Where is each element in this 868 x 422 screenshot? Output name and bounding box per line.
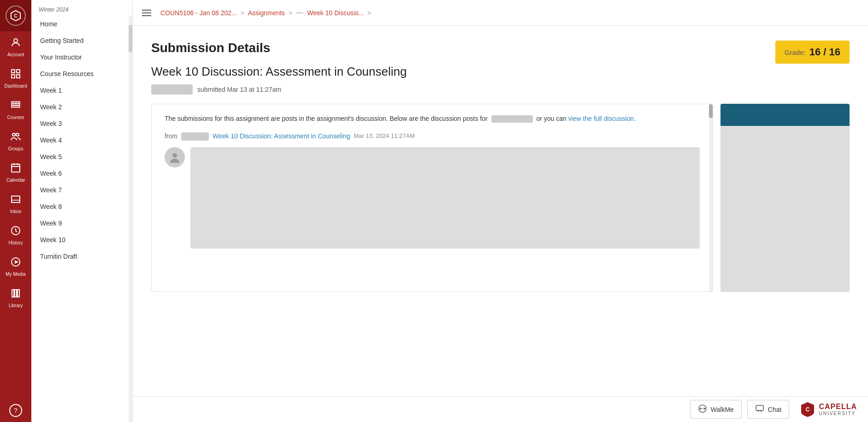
post-timestamp: Mar 13, 2024 11:27AM bbox=[354, 131, 415, 141]
intro-name-placeholder bbox=[491, 115, 533, 123]
chat-label: Chat bbox=[768, 406, 782, 413]
my-media-icon bbox=[10, 256, 21, 270]
chat-icon bbox=[755, 404, 764, 415]
account-label: Account bbox=[7, 52, 24, 57]
post-content-area bbox=[165, 147, 700, 249]
course-nav-home[interactable]: Home bbox=[31, 16, 132, 32]
svg-point-10 bbox=[16, 133, 19, 136]
svg-rect-2 bbox=[12, 70, 15, 73]
discussion-panel: The submissions for this assignment are … bbox=[151, 104, 713, 292]
svg-text:C: C bbox=[14, 13, 17, 18]
walkme-icon bbox=[698, 404, 707, 415]
groups-label: Groups bbox=[8, 146, 24, 151]
post-author-placeholder bbox=[181, 132, 209, 141]
help-button[interactable]: ? bbox=[0, 399, 31, 422]
sidebar-item-dashboard[interactable]: Dashboard bbox=[0, 63, 31, 94]
course-nav-week7[interactable]: Week 7 bbox=[31, 182, 132, 198]
library-icon bbox=[10, 288, 21, 301]
capella-logo: C CAPELLA UNIVERSITY bbox=[800, 401, 857, 418]
submitted-line: submitted Mar 13 at 11:27am bbox=[151, 84, 850, 95]
panel-scrollthumb[interactable] bbox=[709, 104, 713, 118]
svg-rect-5 bbox=[17, 75, 20, 78]
hamburger-line3 bbox=[142, 15, 151, 16]
sidebar-item-history[interactable]: History bbox=[0, 220, 31, 251]
capella-text: CAPELLA UNIVERSITY bbox=[819, 403, 857, 416]
capella-name: CAPELLA bbox=[819, 403, 857, 411]
full-discussion-link[interactable]: view the full discussion. bbox=[568, 115, 636, 122]
svg-rect-20 bbox=[12, 290, 14, 297]
hamburger-button[interactable] bbox=[140, 8, 153, 18]
calendar-label: Calendar bbox=[6, 178, 25, 183]
course-nav-week4[interactable]: Week 4 bbox=[31, 132, 132, 149]
nav-bottom: ? bbox=[0, 399, 31, 422]
breadcrumb-discussion-link[interactable]: Week 10 Discussi... bbox=[307, 9, 364, 17]
course-nav-course-resources[interactable]: Course Resources bbox=[31, 65, 132, 82]
grade-label: Grade: bbox=[785, 48, 806, 56]
breadcrumb-bar: COUN5106 - Jan 08 202... > Assignments >… bbox=[133, 0, 868, 26]
submitter-name-placeholder bbox=[151, 84, 193, 95]
course-nav-week3[interactable]: Week 3 bbox=[31, 115, 132, 132]
course-nav-week5[interactable]: Week 5 bbox=[31, 149, 132, 165]
sidebar-item-library[interactable]: Library bbox=[0, 282, 31, 314]
courseroom-logo[interactable]: C bbox=[0, 0, 31, 31]
capella-sub: UNIVERSITY bbox=[819, 411, 857, 416]
content-area: Submission Details Grade: 16 / 16 Week 1… bbox=[133, 26, 868, 396]
breadcrumb-current-placeholder bbox=[296, 12, 303, 14]
hamburger-line2 bbox=[142, 12, 151, 13]
discussion-intro: The submissions for this assignment are … bbox=[165, 113, 700, 124]
chat-button[interactable]: Chat bbox=[747, 400, 790, 419]
breadcrumb-sep2: > bbox=[289, 9, 292, 17]
icon-nav: C Account Dashboard bbox=[0, 0, 31, 422]
courses-icon bbox=[10, 100, 21, 113]
course-nav-week1[interactable]: Week 1 bbox=[31, 82, 132, 99]
course-nav-turnitin[interactable]: Turnitin Draft bbox=[31, 248, 132, 265]
course-nav-week8[interactable]: Week 8 bbox=[31, 198, 132, 215]
history-icon bbox=[10, 225, 21, 238]
svg-point-1 bbox=[14, 39, 18, 42]
main-content: COUN5106 - Jan 08 202... > Assignments >… bbox=[133, 0, 868, 422]
calendar-icon bbox=[10, 162, 21, 176]
submitted-text: submitted Mar 13 at 11:27am bbox=[197, 86, 281, 93]
svg-rect-21 bbox=[15, 290, 17, 297]
svg-point-23 bbox=[172, 153, 177, 158]
content-panels: The submissions for this assignment are … bbox=[151, 104, 850, 292]
courses-label: Courses bbox=[7, 115, 24, 120]
course-nav-week6[interactable]: Week 6 bbox=[31, 165, 132, 182]
nav-scrollthumb[interactable] bbox=[129, 25, 132, 53]
svg-rect-4 bbox=[12, 75, 15, 78]
account-icon bbox=[10, 37, 21, 50]
sidebar-item-account[interactable]: Account bbox=[0, 31, 31, 63]
sidebar-item-courses[interactable]: Courses bbox=[0, 94, 31, 125]
breadcrumb-course-link[interactable]: COUN5106 - Jan 08 202... bbox=[160, 9, 237, 17]
course-nav-week9[interactable]: Week 9 bbox=[31, 215, 132, 232]
course-season: Winter 2024 bbox=[31, 0, 132, 16]
inbox-icon bbox=[10, 194, 21, 207]
inbox-label: Inbox bbox=[10, 209, 21, 214]
course-nav-week10[interactable]: Week 10 bbox=[31, 232, 132, 248]
sidebar-item-inbox[interactable]: Inbox bbox=[0, 188, 31, 220]
course-nav: Winter 2024 Home Getting Started Your In… bbox=[31, 0, 133, 422]
breadcrumb-assignments-link[interactable]: Assignments bbox=[248, 9, 285, 17]
svg-point-26 bbox=[703, 408, 705, 410]
course-nav-your-instructor[interactable]: Your Instructor bbox=[31, 49, 132, 65]
svg-rect-6 bbox=[12, 101, 20, 103]
post-from-line: from Week 10 Discussion: Assessment in C… bbox=[165, 131, 700, 141]
groups-icon bbox=[10, 131, 21, 144]
dashboard-icon bbox=[10, 68, 21, 82]
post-title-link[interactable]: Week 10 Discussion: Assessment in Counse… bbox=[213, 131, 350, 141]
sidebar-item-groups[interactable]: Groups bbox=[0, 125, 31, 157]
sidebar-item-my-media[interactable]: My Media bbox=[0, 251, 31, 282]
walkme-label: WalkMe bbox=[711, 406, 734, 413]
post-text-content bbox=[190, 147, 700, 249]
sidebar-item-calendar[interactable]: Calendar bbox=[0, 157, 31, 188]
library-label: Library bbox=[9, 303, 23, 308]
course-nav-getting-started[interactable]: Getting Started bbox=[31, 32, 132, 49]
discussion-body: The submissions for this assignment are … bbox=[152, 104, 713, 258]
right-panel-header bbox=[720, 104, 850, 126]
svg-rect-3 bbox=[17, 70, 20, 73]
svg-rect-15 bbox=[12, 196, 20, 202]
page-title: Submission Details bbox=[151, 41, 850, 55]
breadcrumb-sep3: > bbox=[367, 9, 371, 17]
course-nav-week2[interactable]: Week 2 bbox=[31, 99, 132, 115]
walkme-button[interactable]: WalkMe bbox=[690, 400, 742, 419]
